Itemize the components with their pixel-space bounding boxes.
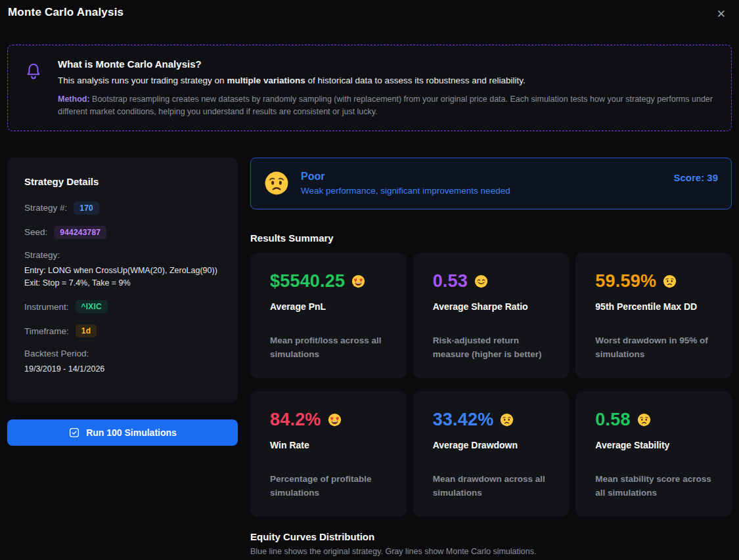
metric-value-row: 59.59% bbox=[595, 271, 712, 291]
timeframe-row: Timeframe: 1d bbox=[24, 324, 221, 337]
metric-value: 33.42% bbox=[433, 410, 494, 430]
metric-label: Average Drawdown bbox=[433, 440, 550, 450]
metric-card-win-rate: 84.2% Win Rate Percentage of profitable … bbox=[250, 391, 407, 517]
strategy-details-title: Strategy Details bbox=[24, 176, 221, 187]
strategy-rules-block: Strategy: Entry: LONG when CrossUp(WMA(2… bbox=[24, 250, 221, 290]
timeframe-badge: 1d bbox=[76, 324, 97, 337]
info-title: What is Monte Carlo Analysis? bbox=[58, 58, 715, 70]
results-summary-title: Results Summary bbox=[250, 232, 732, 244]
score-description: Weak performance, significant improvemen… bbox=[301, 186, 510, 196]
info-method-text: Bootstrap resampling creates new dataset… bbox=[58, 95, 713, 116]
metric-description: Worst drawdown in 95% of simulations bbox=[595, 317, 712, 361]
score-banner: Poor Weak performance, significant impro… bbox=[250, 158, 732, 209]
metric-value: 84.2% bbox=[270, 410, 321, 430]
metric-value: 59.59% bbox=[595, 271, 656, 291]
seed-row: Seed: 944243787 bbox=[24, 226, 221, 239]
metric-label: Average Sharpe Ratio bbox=[433, 301, 550, 312]
instrument-label: Instrument: bbox=[24, 302, 69, 312]
metric-value-row: 84.2% bbox=[270, 410, 387, 430]
heart-eyes-emoji bbox=[351, 274, 365, 288]
metric-value-row: 33.42% bbox=[433, 410, 550, 430]
page-title: Monte Carlo Analysis bbox=[8, 6, 123, 19]
metric-card-average-drawdown: 33.42% Average Drawdown Mean drawdown ac… bbox=[413, 391, 570, 517]
score-banner-text: Poor Weak performance, significant impro… bbox=[301, 171, 510, 196]
metric-value-row: 0.53 bbox=[433, 271, 550, 291]
metric-value: $5540.25 bbox=[270, 271, 345, 291]
info-description-suffix: of historical data to assess its robustn… bbox=[305, 75, 526, 85]
instrument-badge: ^IXIC bbox=[76, 300, 108, 313]
info-description-bold: multiple variations bbox=[227, 75, 305, 85]
metric-value: 0.58 bbox=[595, 410, 630, 430]
entry-rule: Entry: LONG when CrossUp(WMA(20), ZeroLa… bbox=[24, 265, 221, 277]
metric-label: Average PnL bbox=[270, 301, 387, 312]
modal-header: Monte Carlo Analysis ✕ bbox=[0, 0, 739, 28]
info-method-label: Method: bbox=[58, 95, 90, 104]
strategy-label: Strategy: bbox=[24, 250, 221, 260]
backtest-period-value: 19/3/2019 - 14/1/2026 bbox=[24, 363, 221, 376]
metric-description: Mean drawdown across all simulations bbox=[433, 456, 550, 500]
metric-card-average-sharpe: 0.53 Average Sharpe Ratio Risk-adjusted … bbox=[413, 253, 570, 378]
strategy-number-badge: 170 bbox=[74, 202, 99, 215]
metric-label: 95th Percentile Max DD bbox=[595, 301, 712, 312]
metric-card-average-stability: 0.58 Average Stability Mean stability sc… bbox=[575, 391, 732, 517]
worried-emoji bbox=[500, 413, 514, 427]
main-row: Strategy Details Strategy #: 170 Seed: 9… bbox=[7, 158, 732, 556]
score-rating: Poor bbox=[301, 171, 510, 183]
backtest-period-block: Backtest Period: 19/3/2019 - 14/1/2026 bbox=[24, 349, 221, 376]
strategy-number-label: Strategy #: bbox=[24, 203, 67, 213]
metrics-grid: $5540.25 Average PnL Mean profit/loss ac… bbox=[250, 253, 732, 517]
score-value: Score: 39 bbox=[673, 172, 718, 183]
bell-icon bbox=[24, 58, 43, 119]
metric-value-row: 0.58 bbox=[595, 410, 712, 430]
metric-label: Average Stability bbox=[595, 440, 712, 450]
run-simulations-button[interactable]: Run 100 Simulations bbox=[7, 420, 238, 446]
timeframe-label: Timeframe: bbox=[24, 326, 69, 336]
equity-curves-title: Equity Curves Distribution bbox=[250, 531, 732, 542]
monte-carlo-modal: Monte Carlo Analysis ✕ What is Monte Car… bbox=[0, 0, 739, 560]
worried-emoji bbox=[663, 274, 677, 288]
equity-curves-subtitle: Blue line shows the original strategy. G… bbox=[250, 547, 732, 556]
metric-description: Percentage of profitable simulations bbox=[270, 456, 387, 500]
metric-card-average-pnl: $5540.25 Average PnL Mean profit/loss ac… bbox=[250, 253, 407, 378]
heart-eyes-emoji bbox=[328, 413, 342, 427]
metric-description: Mean profit/loss across all simulations bbox=[270, 317, 387, 361]
seed-label: Seed: bbox=[24, 227, 47, 237]
metric-description: Mean stability score across all simulati… bbox=[595, 456, 712, 500]
close-icon[interactable]: ✕ bbox=[714, 6, 728, 22]
info-description-prefix: This analysis runs your trading strategy… bbox=[58, 75, 227, 85]
worried-emoji bbox=[637, 413, 651, 427]
strategy-number-row: Strategy #: 170 bbox=[24, 202, 221, 215]
modal-content: What is Monte Carlo Analysis? This analy… bbox=[0, 45, 739, 556]
metric-card-95th-percentile-maxdd: 59.59% 95th Percentile Max DD Worst draw… bbox=[575, 253, 732, 378]
instrument-row: Instrument: ^IXIC bbox=[24, 300, 221, 313]
info-text: What is Monte Carlo Analysis? This analy… bbox=[58, 58, 715, 119]
left-column: Strategy Details Strategy #: 170 Seed: 9… bbox=[7, 158, 238, 446]
check-square-icon bbox=[68, 427, 80, 439]
seed-badge: 944243787 bbox=[54, 226, 106, 239]
info-box: What is Monte Carlo Analysis? This analy… bbox=[7, 45, 732, 131]
metric-description: Risk-adjusted return measure (higher is … bbox=[433, 317, 550, 361]
info-method: Method: Bootstrap resampling creates new… bbox=[58, 93, 715, 119]
strategy-details-card: Strategy Details Strategy #: 170 Seed: 9… bbox=[7, 158, 238, 402]
metric-label: Win Rate bbox=[270, 440, 387, 450]
right-column: Poor Weak performance, significant impro… bbox=[250, 158, 732, 556]
smile-emoji bbox=[474, 274, 488, 288]
worried-emoji bbox=[264, 171, 289, 196]
info-description: This analysis runs your trading strategy… bbox=[58, 75, 715, 85]
metric-value: 0.53 bbox=[433, 271, 468, 291]
backtest-period-label: Backtest Period: bbox=[24, 349, 221, 358]
run-simulations-label: Run 100 Simulations bbox=[86, 427, 177, 438]
exit-rule: Exit: Stop = 7.4%, Take = 9% bbox=[24, 277, 221, 290]
metric-value-row: $5540.25 bbox=[270, 271, 387, 291]
